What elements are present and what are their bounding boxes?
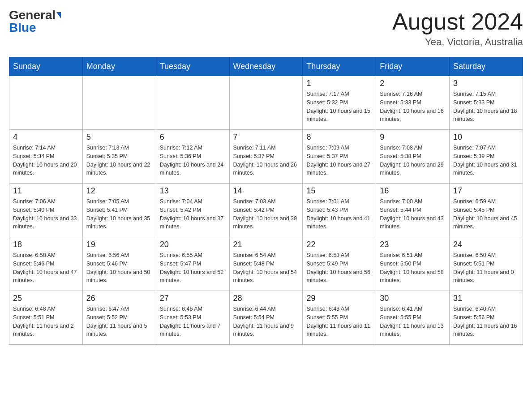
calendar-cell: 2Sunrise: 7:16 AMSunset: 5:33 PMDaylight… (376, 76, 450, 130)
day-info: Sunrise: 6:54 AMSunset: 5:48 PMDaylight:… (233, 251, 299, 285)
day-number: 29 (306, 294, 372, 303)
day-info: Sunrise: 7:07 AMSunset: 5:39 PMDaylight:… (453, 144, 519, 177)
weekday-header-friday: Friday (376, 57, 450, 76)
day-number: 4 (13, 133, 79, 142)
calendar-body: 1Sunrise: 7:17 AMSunset: 5:32 PMDaylight… (9, 76, 523, 345)
day-number: 7 (233, 133, 299, 142)
day-number: 19 (86, 240, 152, 249)
day-number: 8 (306, 133, 372, 142)
day-number: 6 (160, 133, 226, 142)
day-number: 12 (86, 186, 152, 196)
calendar-week-row: 11Sunrise: 7:06 AMSunset: 5:40 PMDayligh… (9, 184, 523, 237)
calendar-cell: 16Sunrise: 7:00 AMSunset: 5:44 PMDayligh… (376, 184, 450, 237)
calendar-cell (9, 76, 83, 130)
day-info: Sunrise: 6:59 AMSunset: 5:45 PMDaylight:… (453, 197, 519, 231)
day-number: 21 (233, 240, 299, 249)
day-number: 20 (160, 240, 226, 249)
calendar-cell: 21Sunrise: 6:54 AMSunset: 5:48 PMDayligh… (229, 237, 303, 291)
calendar-cell: 12Sunrise: 7:05 AMSunset: 5:41 PMDayligh… (82, 184, 156, 237)
calendar-cell: 4Sunrise: 7:14 AMSunset: 5:34 PMDaylight… (9, 130, 83, 184)
calendar-cell: 31Sunrise: 6:40 AMSunset: 5:56 PMDayligh… (450, 291, 523, 345)
title-section: August 2024 Yea, Victoria, Australia (392, 9, 523, 48)
day-number: 26 (86, 294, 152, 303)
logo: General Blue (9, 9, 61, 34)
day-number: 1 (306, 79, 372, 88)
calendar-cell: 8Sunrise: 7:09 AMSunset: 5:37 PMDaylight… (303, 130, 376, 184)
calendar-cell: 23Sunrise: 6:51 AMSunset: 5:50 PMDayligh… (376, 237, 450, 291)
day-number: 3 (453, 79, 519, 88)
calendar-cell: 10Sunrise: 7:07 AMSunset: 5:39 PMDayligh… (450, 130, 523, 184)
day-info: Sunrise: 7:08 AMSunset: 5:38 PMDaylight:… (380, 144, 446, 177)
calendar-cell: 1Sunrise: 7:17 AMSunset: 5:32 PMDaylight… (303, 76, 376, 130)
weekday-header-monday: Monday (82, 57, 156, 76)
day-number: 24 (453, 240, 519, 249)
calendar-cell: 28Sunrise: 6:44 AMSunset: 5:54 PMDayligh… (229, 291, 303, 345)
day-number: 22 (306, 240, 372, 249)
day-info: Sunrise: 7:16 AMSunset: 5:33 PMDaylight:… (380, 90, 446, 124)
day-number: 31 (453, 294, 519, 303)
calendar-cell: 17Sunrise: 6:59 AMSunset: 5:45 PMDayligh… (450, 184, 523, 237)
day-number: 23 (380, 240, 446, 249)
day-info: Sunrise: 7:13 AMSunset: 5:35 PMDaylight:… (86, 144, 152, 177)
calendar-cell: 22Sunrise: 6:53 AMSunset: 5:49 PMDayligh… (303, 237, 376, 291)
calendar-cell (229, 76, 303, 130)
calendar-cell: 9Sunrise: 7:08 AMSunset: 5:38 PMDaylight… (376, 130, 450, 184)
day-number: 10 (453, 133, 519, 142)
day-number: 30 (380, 294, 446, 303)
day-info: Sunrise: 6:51 AMSunset: 5:50 PMDaylight:… (380, 251, 446, 285)
day-number: 18 (13, 240, 79, 249)
calendar-cell: 29Sunrise: 6:43 AMSunset: 5:55 PMDayligh… (303, 291, 376, 345)
calendar-cell: 6Sunrise: 7:12 AMSunset: 5:36 PMDaylight… (156, 130, 229, 184)
weekday-header-saturday: Saturday (450, 57, 523, 76)
calendar-cell: 19Sunrise: 6:56 AMSunset: 5:46 PMDayligh… (82, 237, 156, 291)
day-info: Sunrise: 6:43 AMSunset: 5:55 PMDaylight:… (306, 305, 372, 338)
day-info: Sunrise: 6:50 AMSunset: 5:51 PMDaylight:… (453, 251, 519, 285)
day-info: Sunrise: 6:41 AMSunset: 5:55 PMDaylight:… (380, 305, 446, 338)
day-number: 27 (160, 294, 226, 303)
calendar-cell: 14Sunrise: 7:03 AMSunset: 5:42 PMDayligh… (229, 184, 303, 237)
calendar-cell: 11Sunrise: 7:06 AMSunset: 5:40 PMDayligh… (9, 184, 83, 237)
month-title: August 2024 (392, 9, 523, 34)
day-info: Sunrise: 6:53 AMSunset: 5:49 PMDaylight:… (306, 251, 372, 285)
day-info: Sunrise: 7:09 AMSunset: 5:37 PMDaylight:… (306, 144, 372, 177)
calendar-cell (82, 76, 156, 130)
day-number: 15 (306, 186, 372, 196)
day-info: Sunrise: 6:56 AMSunset: 5:46 PMDaylight:… (86, 251, 152, 285)
weekday-header-thursday: Thursday (303, 57, 376, 76)
calendar-header: SundayMondayTuesdayWednesdayThursdayFrid… (9, 57, 523, 76)
day-info: Sunrise: 6:46 AMSunset: 5:53 PMDaylight:… (160, 305, 226, 338)
day-info: Sunrise: 7:14 AMSunset: 5:34 PMDaylight:… (13, 144, 79, 177)
location: Yea, Victoria, Australia (392, 36, 523, 48)
calendar-week-row: 1Sunrise: 7:17 AMSunset: 5:32 PMDaylight… (9, 76, 523, 130)
logo-general: General (9, 9, 56, 21)
calendar-cell: 24Sunrise: 6:50 AMSunset: 5:51 PMDayligh… (450, 237, 523, 291)
day-info: Sunrise: 7:01 AMSunset: 5:43 PMDaylight:… (306, 197, 372, 231)
day-number: 9 (380, 133, 446, 142)
day-info: Sunrise: 7:17 AMSunset: 5:32 PMDaylight:… (306, 90, 372, 124)
day-number: 13 (160, 186, 226, 196)
day-info: Sunrise: 7:06 AMSunset: 5:40 PMDaylight:… (13, 197, 79, 231)
day-number: 17 (453, 186, 519, 196)
day-info: Sunrise: 7:05 AMSunset: 5:41 PMDaylight:… (86, 197, 152, 231)
day-number: 14 (233, 186, 299, 196)
day-info: Sunrise: 6:44 AMSunset: 5:54 PMDaylight:… (233, 305, 299, 338)
logo-blue: Blue (9, 21, 36, 34)
day-number: 16 (380, 186, 446, 196)
calendar-week-row: 25Sunrise: 6:48 AMSunset: 5:51 PMDayligh… (9, 291, 523, 345)
calendar-week-row: 18Sunrise: 6:58 AMSunset: 5:46 PMDayligh… (9, 237, 523, 291)
calendar-cell: 30Sunrise: 6:41 AMSunset: 5:55 PMDayligh… (376, 291, 450, 345)
day-info: Sunrise: 7:15 AMSunset: 5:33 PMDaylight:… (453, 90, 519, 124)
calendar-cell: 27Sunrise: 6:46 AMSunset: 5:53 PMDayligh… (156, 291, 229, 345)
calendar-table: SundayMondayTuesdayWednesdayThursdayFrid… (9, 57, 523, 345)
day-info: Sunrise: 6:55 AMSunset: 5:47 PMDaylight:… (160, 251, 226, 285)
calendar-cell: 26Sunrise: 6:47 AMSunset: 5:52 PMDayligh… (82, 291, 156, 345)
calendar-cell: 7Sunrise: 7:11 AMSunset: 5:37 PMDaylight… (229, 130, 303, 184)
day-number: 28 (233, 294, 299, 303)
day-info: Sunrise: 7:00 AMSunset: 5:44 PMDaylight:… (380, 197, 446, 231)
day-info: Sunrise: 7:12 AMSunset: 5:36 PMDaylight:… (160, 144, 226, 177)
calendar-cell: 18Sunrise: 6:58 AMSunset: 5:46 PMDayligh… (9, 237, 83, 291)
calendar-cell: 15Sunrise: 7:01 AMSunset: 5:43 PMDayligh… (303, 184, 376, 237)
day-info: Sunrise: 7:04 AMSunset: 5:42 PMDaylight:… (160, 197, 226, 231)
day-info: Sunrise: 6:58 AMSunset: 5:46 PMDaylight:… (13, 251, 79, 285)
day-info: Sunrise: 6:47 AMSunset: 5:52 PMDaylight:… (86, 305, 152, 338)
